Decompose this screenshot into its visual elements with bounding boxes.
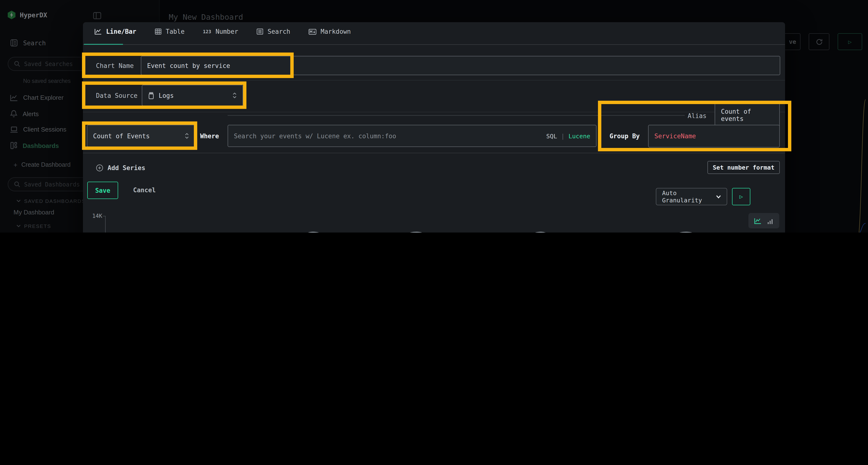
tab-line-bar[interactable]: Line/Bar xyxy=(94,28,136,35)
granularity-select[interactable]: Auto Granularity xyxy=(656,188,727,205)
language-toggle[interactable]: SQL | Lucene xyxy=(546,132,590,139)
alias-input[interactable]: Count of events xyxy=(715,102,780,128)
tab-table[interactable]: Table xyxy=(155,28,184,35)
bar-chart-toggle-icon[interactable] xyxy=(767,218,774,224)
markdown-icon xyxy=(309,29,316,34)
app-root: HyperDX Search Saved Searches No saved s… xyxy=(0,0,868,232)
tab-number[interactable]: 123 Number xyxy=(203,28,238,35)
alias-label: Alias xyxy=(688,112,707,120)
aggregation-select[interactable]: Count of Events xyxy=(87,125,195,147)
set-number-format-button[interactable]: Set number format xyxy=(707,161,780,174)
group-by-input[interactable]: ServiceName xyxy=(648,125,780,147)
tab-bar: Line/Bar Table 123 Number Search Markdow… xyxy=(94,28,351,35)
active-tab-underline xyxy=(84,44,123,45)
plus-circle-icon xyxy=(96,164,103,171)
lucene-toggle[interactable]: Lucene xyxy=(568,132,590,139)
table-icon xyxy=(155,28,161,35)
tab-markdown[interactable]: Markdown xyxy=(309,28,351,35)
search-list-icon xyxy=(256,28,263,35)
chevron-down-icon xyxy=(716,195,721,198)
database-icon xyxy=(148,92,154,99)
line-chart-toggle-icon[interactable] xyxy=(754,218,762,224)
line-chart-icon xyxy=(94,28,102,35)
add-series-button[interactable]: Add Series xyxy=(96,164,145,171)
chart-plot[interactable] xyxy=(105,216,769,232)
data-source-label: Data Source xyxy=(96,92,137,99)
cancel-button[interactable]: Cancel xyxy=(133,187,156,194)
chart-name-label: Chart Name xyxy=(96,62,134,69)
chart-type-toggle[interactable] xyxy=(748,213,779,228)
chart-name-input[interactable]: Event count by service xyxy=(141,56,780,75)
select-chevrons-icon xyxy=(185,133,189,139)
where-label: Where xyxy=(200,133,219,140)
where-placeholder: Search your events w/ Lucene ex. column:… xyxy=(234,132,396,139)
where-input[interactable]: Search your events w/ Lucene ex. column:… xyxy=(227,125,596,147)
group-by-label: Group By xyxy=(610,133,640,140)
tab-search[interactable]: Search xyxy=(256,28,290,35)
save-button[interactable]: Save xyxy=(87,182,118,199)
y-tick-label: 14K xyxy=(85,213,102,219)
alias-connector-line xyxy=(227,115,685,115)
data-source-select[interactable]: Logs xyxy=(142,85,243,106)
select-chevrons-icon xyxy=(232,92,237,99)
run-chart-button[interactable]: ▷ xyxy=(732,188,750,205)
chart-editor-modal: Line/Bar Table 123 Number Search Markdow… xyxy=(83,22,785,232)
sql-toggle[interactable]: SQL xyxy=(546,132,557,139)
123-icon: 123 xyxy=(203,29,211,34)
